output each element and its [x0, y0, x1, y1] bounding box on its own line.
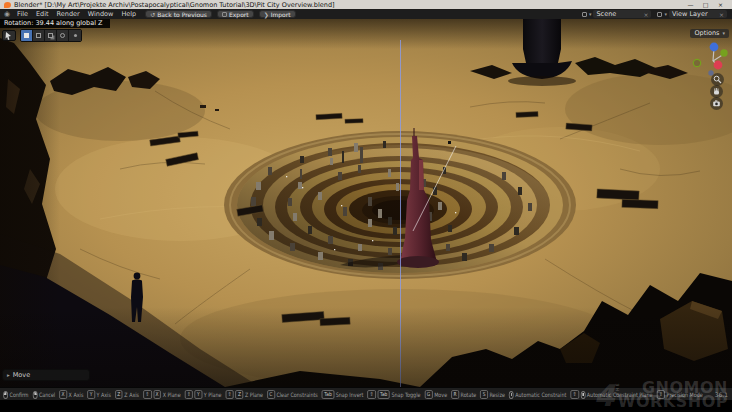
key-c: C — [267, 390, 275, 399]
maximize-button[interactable]: □ — [698, 0, 713, 9]
mmb-mouse-icon — [580, 391, 585, 399]
camera-icon — [712, 99, 721, 108]
back-to-previous-button[interactable]: ↺ Back to Previous — [145, 10, 212, 18]
import-button[interactable]: ❯ Import — [259, 10, 296, 18]
hand-icon — [712, 87, 721, 96]
axis-z-handle[interactable] — [710, 43, 719, 52]
scene-label: Scene — [596, 10, 616, 18]
tool-settings-row — [2, 29, 82, 42]
shortcut-cancel: Cancel — [33, 391, 56, 399]
key-y: Y — [87, 390, 95, 399]
shortcut-automatic-constraint: Automatic Constraint — [509, 391, 566, 399]
shortcut-confirm: Confirm — [3, 391, 28, 399]
import-icon: ❯ — [264, 11, 269, 18]
shortcut-move: GMove — [424, 390, 447, 399]
shortcut-automatic-constraint-plane: ⇧Automatic Constraint Plane — [570, 390, 652, 399]
3d-viewport[interactable]: Rotation: 39.44 along global Z Options ▾ — [0, 19, 732, 387]
minimize-button[interactable]: — — [683, 0, 698, 9]
key-g: G — [424, 390, 432, 399]
shortcut-z-axis: ZZ Axis — [115, 390, 139, 399]
status-right-value: 36.1 — [711, 388, 728, 400]
key-tab: Tab — [322, 390, 334, 399]
view-layer-label: View Layer — [672, 10, 708, 18]
circle-select-button[interactable] — [57, 30, 69, 41]
close-button[interactable]: × — [713, 0, 728, 9]
shortcut-snap-invert: TabSnap Invert — [322, 390, 364, 399]
view-layer-selector[interactable]: ▾ View Layer × — [657, 10, 727, 18]
mmb-mouse-icon — [509, 391, 514, 399]
scene-selector[interactable]: ▾ Scene × — [582, 10, 652, 18]
top-bar: ◉ FileEditRenderWindowHelp ↺ Back to Pre… — [0, 9, 732, 19]
chevron-down-icon: ▾ — [722, 29, 725, 38]
axis-y-negative-handle[interactable] — [693, 59, 700, 66]
status-bar: ConfirmCancelXX AxisYY AxisZZ Axis⇧XX Pl… — [0, 387, 732, 400]
shortcut-precision-mode: ⇧Precision Mode — [657, 390, 703, 399]
menu-window[interactable]: Window — [84, 9, 118, 19]
zoom-view-button[interactable] — [711, 73, 724, 86]
title-bar: Blender* [D:\My Art\Projekte Archiv\Post… — [0, 0, 732, 9]
chevron-down-icon: ▾ — [664, 11, 667, 17]
key-x: X — [59, 390, 67, 399]
key-shift: ⇧ — [185, 390, 193, 399]
lasso-select-button[interactable] — [69, 30, 81, 41]
scene-unlink-icon[interactable]: × — [643, 11, 648, 18]
double-square-icon — [48, 33, 53, 38]
shortcut-rotate: RRotate — [451, 390, 476, 399]
key-r: R — [451, 390, 459, 399]
bottom-vignette — [0, 307, 732, 387]
key-shift: ⇧ — [570, 390, 578, 399]
export-button[interactable]: Export — [217, 10, 254, 18]
rmb-mouse-icon — [33, 391, 38, 399]
camera-view-button[interactable] — [710, 97, 723, 110]
export-icon — [222, 12, 227, 17]
key-shift: ⇧ — [143, 390, 151, 399]
menu-bar-items: FileEditRenderWindowHelp — [13, 9, 140, 19]
shortcut-x-plane: ⇧XX Plane — [143, 390, 181, 399]
axis-y-handle[interactable] — [720, 49, 727, 56]
shortcut-label: Confirm — [10, 391, 29, 398]
shortcut-y-axis: YY Axis — [87, 390, 111, 399]
navigation-gizmo[interactable] — [692, 40, 730, 80]
subtract-select-button[interactable] — [45, 30, 57, 41]
shortcut-label: Precision Mode — [667, 391, 703, 398]
menu-help[interactable]: Help — [117, 9, 140, 19]
operator-panel[interactable]: ▸ Move — [2, 369, 90, 381]
view-layer-close-icon[interactable]: × — [719, 11, 724, 18]
shortcut-snap-toggle: ⇧TabSnap Toggle — [367, 390, 420, 399]
key-shift: ⇧ — [657, 390, 665, 399]
key-tab: Tab — [378, 390, 390, 399]
blender-app-icon[interactable]: ◉ — [4, 10, 10, 18]
key-y: Y — [195, 390, 203, 399]
extend-select-button[interactable] — [33, 30, 45, 41]
lmb-mouse-icon — [3, 391, 8, 399]
menu-render[interactable]: Render — [53, 9, 84, 19]
shortcut-y-plane: ⇧YY Plane — [185, 390, 222, 399]
shortcut-label: Snap Toggle — [391, 391, 420, 398]
shortcut-label: X Axis — [69, 391, 84, 398]
shortcut-label: Z Axis — [124, 391, 139, 398]
shortcut-label: Clear Constraints — [276, 391, 317, 398]
options-dropdown[interactable]: Options ▾ — [690, 29, 729, 38]
axis-x-handle[interactable] — [714, 61, 723, 70]
collapsed-arrow-icon: ▸ — [7, 370, 10, 380]
view-layer-icon — [657, 12, 662, 17]
shortcut-label: Move — [434, 391, 447, 398]
tweak-tool-button[interactable] — [2, 30, 16, 41]
shortcut-label: Automatic Constraint — [515, 391, 566, 398]
menu-edit[interactable]: Edit — [32, 9, 53, 19]
window-controls: — □ × — [683, 0, 728, 9]
select-mode-group — [20, 29, 82, 42]
topbar-right: ▾ Scene × ▾ View Layer × — [582, 10, 727, 18]
circle-icon — [60, 33, 65, 38]
shortcut-label: Automatic Constraint Plane — [587, 391, 653, 398]
shortcut-z-plane: ⇧ZZ Plane — [225, 390, 263, 399]
shortcut-label: Y Axis — [96, 391, 110, 398]
shortcut-label: Resize — [489, 391, 504, 398]
key-shift: ⇧ — [367, 390, 375, 399]
box-select-button[interactable] — [21, 30, 33, 41]
cursor-marker — [448, 141, 451, 144]
letterbox-strip — [0, 400, 732, 412]
menu-file[interactable]: File — [13, 9, 32, 19]
shortcut-x-axis: XX Axis — [59, 390, 83, 399]
shortcut-resize: SResize — [480, 390, 505, 399]
